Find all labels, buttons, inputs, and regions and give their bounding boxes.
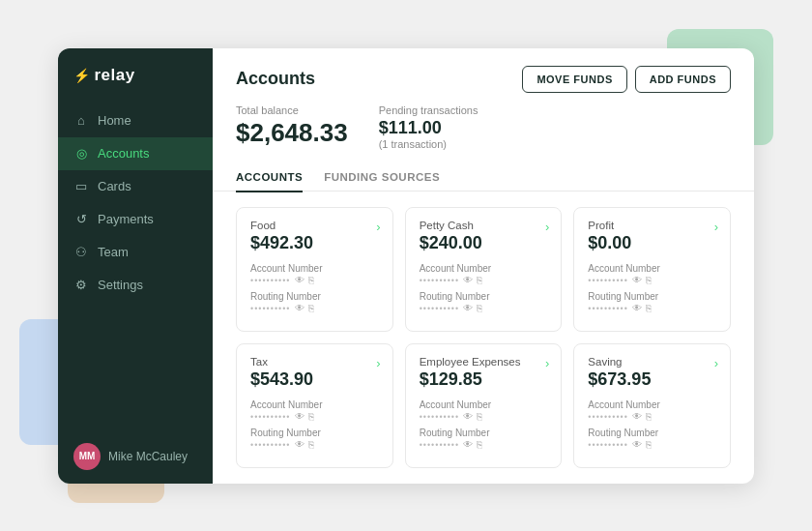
eye-icon[interactable]: 👁 (295, 275, 304, 285)
chevron-right-icon: › (714, 356, 718, 370)
account-card[interactable]: Profit $0.00 › Account Number ••••••••••… (573, 207, 731, 332)
tab-funding[interactable]: FUNDING SOURCES (324, 163, 440, 192)
routing-number-value: •••••••••• 👁 ⎘ (420, 303, 548, 313)
account-name: Food (250, 220, 379, 231)
routing-number-label: Routing Number (250, 428, 379, 438)
sidebar-item-accounts[interactable]: ◎Accounts (58, 137, 213, 170)
eye-icon[interactable]: 👁 (632, 411, 642, 422)
eye-icon[interactable]: 👁 (632, 439, 642, 450)
pending-balance-amount: $111.00 (379, 118, 442, 137)
account-number-label: Account Number (250, 399, 379, 410)
copy-icon[interactable]: ⎘ (646, 275, 652, 285)
eye-icon[interactable]: 👁 (463, 303, 473, 313)
copy-icon[interactable]: ⎘ (646, 439, 652, 450)
settings-icon: ⚙ (73, 278, 89, 293)
balance-row: Total balance $2,648.33 Pending transact… (213, 104, 754, 163)
add-funds-button[interactable]: ADD FUNDS (635, 66, 731, 93)
eye-icon[interactable]: 👁 (295, 303, 304, 313)
account-name: Tax (250, 356, 379, 368)
account-name: Petty Cash (420, 220, 548, 231)
account-balance: $543.90 (250, 369, 379, 390)
page-title: Accounts (236, 69, 315, 89)
accounts-grid: Food $492.30 › Account Number ••••••••••… (213, 192, 754, 484)
payments-icon: ↺ (73, 212, 89, 227)
copy-icon[interactable]: ⎘ (646, 303, 652, 313)
chevron-right-icon: › (545, 220, 549, 234)
chevron-right-icon: › (376, 356, 380, 370)
copy-icon[interactable]: ⎘ (308, 411, 314, 422)
main-header: Accounts MOVE FUNDS ADD FUNDS (213, 48, 754, 104)
sidebar-item-home[interactable]: ⌂Home (58, 104, 213, 137)
sidebar-item-payments[interactable]: ↺Payments (58, 203, 213, 236)
app-logo: ⚡ relay (58, 48, 213, 101)
pending-balance-block: Pending transactions $111.00 (1 transact… (379, 104, 478, 150)
account-balance: $0.00 (588, 233, 716, 253)
sidebar: ⚡ relay ⌂Home◎Accounts▭Cards↺Payments⚇Te… (58, 48, 213, 484)
account-balance: $492.30 (250, 233, 379, 253)
home-icon: ⌂ (73, 113, 89, 129)
account-name: Saving (588, 356, 716, 368)
sidebar-item-cards[interactable]: ▭Cards (58, 170, 213, 203)
account-number-dots: •••••••••• (250, 276, 291, 285)
account-number-dots: •••••••••• (588, 412, 628, 422)
account-name: Profit (588, 220, 716, 231)
account-card[interactable]: Saving $673.95 › Account Number ••••••••… (573, 343, 731, 468)
team-icon: ⚇ (73, 245, 89, 260)
account-card[interactable]: Food $492.30 › Account Number ••••••••••… (236, 207, 393, 332)
eye-icon[interactable]: 👁 (295, 439, 304, 450)
eye-icon[interactable]: 👁 (463, 411, 473, 422)
pending-balance-sub: (1 transaction) (379, 138, 478, 150)
avatar: MM (73, 443, 101, 470)
routing-number-dots: •••••••••• (588, 304, 628, 313)
eye-icon[interactable]: 👁 (463, 275, 473, 285)
copy-icon[interactable]: ⎘ (477, 275, 482, 285)
sidebar-item-label: Accounts (98, 146, 149, 161)
chevron-right-icon: › (714, 220, 718, 234)
sidebar-item-label: Settings (98, 278, 143, 292)
eye-icon[interactable]: 👁 (632, 275, 642, 285)
copy-icon[interactable]: ⎘ (308, 303, 314, 313)
total-balance-amount: $2,648.33 (236, 118, 348, 147)
copy-icon[interactable]: ⎘ (308, 275, 314, 285)
copy-icon[interactable]: ⎘ (477, 439, 482, 450)
sidebar-item-label: Payments (98, 212, 154, 226)
account-name: Employee Expenses (420, 356, 548, 368)
copy-icon[interactable]: ⎘ (477, 303, 482, 313)
account-card[interactable]: Employee Expenses $129.85 › Account Numb… (405, 343, 563, 468)
chevron-right-icon: › (376, 220, 380, 234)
routing-number-label: Routing Number (588, 428, 716, 438)
sidebar-item-label: Team (98, 245, 129, 259)
tab-accounts[interactable]: ACCOUNTS (236, 163, 303, 192)
routing-number-dots: •••••••••• (420, 440, 460, 450)
account-number-dots: •••••••••• (420, 276, 460, 285)
routing-number-label: Routing Number (250, 291, 379, 302)
routing-number-dots: •••••••••• (250, 440, 291, 450)
eye-icon[interactable]: 👁 (632, 303, 642, 313)
routing-number-dots: •••••••••• (588, 440, 628, 450)
account-number-value: •••••••••• 👁 ⎘ (588, 275, 716, 285)
eye-icon[interactable]: 👁 (463, 439, 473, 450)
sidebar-item-settings[interactable]: ⚙Settings (58, 269, 213, 302)
routing-number-value: •••••••••• 👁 ⎘ (250, 303, 379, 313)
account-balance: $240.00 (420, 233, 548, 253)
move-funds-button[interactable]: MOVE FUNDS (522, 66, 626, 93)
routing-number-value: •••••••••• 👁 ⎘ (250, 439, 379, 450)
sidebar-item-label: Home (98, 113, 131, 128)
main-card: ⚡ relay ⌂Home◎Accounts▭Cards↺Payments⚇Te… (58, 48, 754, 484)
copy-icon[interactable]: ⎘ (308, 439, 314, 450)
total-balance-label: Total balance (236, 104, 348, 116)
account-card[interactable]: Tax $543.90 › Account Number •••••••••• … (236, 343, 393, 468)
sidebar-item-team[interactable]: ⚇Team (58, 236, 213, 269)
account-balance: $129.85 (420, 369, 548, 390)
routing-number-value: •••••••••• 👁 ⎘ (420, 439, 548, 450)
copy-icon[interactable]: ⎘ (646, 411, 652, 422)
account-number-label: Account Number (420, 399, 548, 410)
account-number-value: •••••••••• 👁 ⎘ (420, 411, 548, 422)
eye-icon[interactable]: 👁 (295, 411, 304, 422)
copy-icon[interactable]: ⎘ (477, 411, 482, 422)
account-number-label: Account Number (588, 399, 716, 410)
app-name: relay (95, 66, 135, 85)
routing-number-label: Routing Number (420, 428, 548, 438)
account-number-value: •••••••••• 👁 ⎘ (250, 411, 379, 422)
account-card[interactable]: Petty Cash $240.00 › Account Number ••••… (405, 207, 563, 332)
